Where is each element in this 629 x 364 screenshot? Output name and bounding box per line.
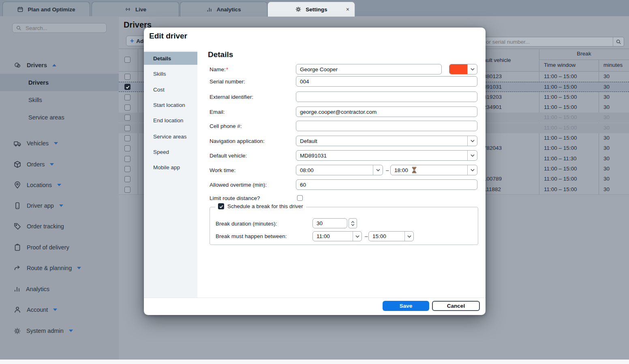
- caret-down-icon: [77, 267, 81, 269]
- sidebar-item-proof-of-delivery[interactable]: Proof of delivery: [0, 237, 119, 258]
- select-value: 18:00: [394, 167, 408, 173]
- row-checkbox[interactable]: [124, 125, 131, 131]
- modal-nav-start-location[interactable]: Start location: [144, 98, 197, 111]
- break-from-select[interactable]: 11:00: [312, 231, 362, 241]
- subitem-label: Skills: [28, 97, 42, 103]
- sidebar-item-order-tracking[interactable]: Order tracking: [0, 216, 119, 236]
- sidebar-subitem-service-areas[interactable]: Service areas: [0, 109, 119, 126]
- search-icon[interactable]: [613, 37, 624, 46]
- select-value: 15:00: [372, 233, 386, 239]
- break-fieldset: Schedule a break for this driver Break d…: [210, 207, 478, 245]
- sidebar-item-route-planning[interactable]: Route & planning: [0, 258, 119, 278]
- work-time-to-select[interactable]: 18:00: [390, 165, 477, 175]
- modal-nav-cost[interactable]: Cost: [144, 83, 197, 96]
- tab-label: Live: [135, 6, 146, 13]
- sidebar-item-vehicles[interactable]: Vehicles: [0, 133, 119, 153]
- search-input[interactable]: [25, 25, 106, 32]
- chevron-down-icon[interactable]: [404, 232, 413, 241]
- sidebar-item-label: Order tracking: [27, 223, 64, 230]
- box-icon: [13, 160, 21, 168]
- work-time-label: Work time:: [210, 167, 235, 173]
- work-time-from-select[interactable]: 08:00: [296, 165, 383, 175]
- row-checkbox[interactable]: [124, 135, 131, 141]
- tab-plan-and-optimize[interactable]: Plan and Optimize: [2, 2, 90, 17]
- cell-phone-field[interactable]: [296, 121, 477, 131]
- cancel-button[interactable]: Cancel: [432, 301, 480, 311]
- bottom-strip: [0, 360, 629, 364]
- modal-nav-speed[interactable]: Speed: [144, 145, 197, 158]
- select-value: 08:00: [300, 167, 314, 173]
- row-checkbox[interactable]: [124, 104, 131, 111]
- chevron-down-icon[interactable]: [373, 165, 383, 175]
- cell-minutes: 30: [603, 84, 610, 90]
- limit-route-distance-checkbox[interactable]: [297, 195, 303, 201]
- row-checkbox[interactable]: [124, 115, 131, 121]
- allowed-overtime-label: Allowed overtime (min):: [210, 182, 267, 188]
- sidebar-item-driver-app[interactable]: Driver app: [0, 196, 119, 216]
- row-checkbox[interactable]: [124, 166, 131, 172]
- tab-settings[interactable]: Settings ×: [267, 2, 355, 17]
- row-checkbox[interactable]: [124, 187, 131, 193]
- row-checkbox[interactable]: [124, 84, 131, 90]
- cell-time-window: 11:00 – 15:00: [544, 104, 577, 110]
- default-vehicle-select[interactable]: MD891031: [296, 150, 477, 161]
- chevron-down-icon[interactable]: [353, 232, 362, 241]
- row-checkbox[interactable]: [124, 156, 131, 162]
- cell-minutes: 30: [603, 104, 610, 110]
- column-header-minutes: minutes: [603, 62, 623, 68]
- row-checkbox[interactable]: [124, 94, 131, 100]
- navigation-app-label: Navigation application:: [210, 138, 265, 144]
- modal-nav-end-location[interactable]: End location: [144, 114, 197, 127]
- serial-field[interactable]: [296, 76, 477, 87]
- tab-analytics[interactable]: Analytics: [180, 2, 267, 17]
- break-to-select[interactable]: 15:00: [368, 231, 414, 241]
- driver-color-picker[interactable]: [449, 64, 477, 75]
- chevron-down-icon[interactable]: [467, 151, 477, 160]
- chevron-down-icon[interactable]: [467, 165, 477, 175]
- allowed-overtime-field[interactable]: [296, 179, 477, 190]
- sidebar-subitem-skills[interactable]: Skills: [0, 91, 119, 109]
- table-search[interactable]: [478, 37, 624, 47]
- schedule-break-checkbox[interactable]: [218, 203, 224, 209]
- chevron-down-icon[interactable]: [467, 64, 477, 74]
- break-duration-label: Break duration (minutes):: [216, 221, 277, 227]
- app-screen: Plan and Optimize Live Analytics Setting…: [0, 0, 629, 364]
- break-duration-field[interactable]: [312, 218, 347, 228]
- sidebar-item-locations[interactable]: Locations: [0, 175, 119, 195]
- route-arrow-icon: [13, 264, 21, 272]
- sidebar-item-account[interactable]: Account: [0, 300, 119, 320]
- cell-time-window: 11:00 – 15:00: [544, 145, 577, 151]
- chevron-down-icon[interactable]: [467, 136, 477, 146]
- limit-route-distance-label: Limit route distance?: [210, 195, 260, 201]
- tab-label: Analytics: [216, 6, 241, 13]
- sidebar-item-analytics[interactable]: Analytics: [0, 279, 119, 299]
- sidebar-subitem-drivers[interactable]: Drivers: [0, 74, 119, 91]
- select-all-checkbox[interactable]: [124, 57, 131, 63]
- sidebar-item-label: Route & planning: [27, 265, 72, 271]
- modal-title: Edit driver: [149, 32, 187, 40]
- color-swatch: [449, 64, 467, 74]
- sidebar-item-drivers[interactable]: Drivers: [0, 57, 119, 74]
- number-spinner[interactable]: [349, 218, 357, 228]
- navigation-app-select[interactable]: Default: [296, 136, 477, 146]
- section-title: Details: [208, 50, 233, 59]
- sidebar-item-system-admin[interactable]: System admin: [0, 321, 119, 341]
- external-id-field[interactable]: [296, 92, 477, 102]
- sidebar-search[interactable]: [12, 23, 107, 33]
- table-search-input[interactable]: [479, 38, 613, 45]
- modal-nav-mobile-app[interactable]: Mobile app: [144, 161, 197, 174]
- modal-nav-skills[interactable]: Skills: [144, 67, 197, 80]
- email-field[interactable]: [296, 106, 477, 117]
- save-button[interactable]: Save: [383, 301, 429, 311]
- tab-live[interactable]: Live: [92, 2, 179, 17]
- close-icon[interactable]: ×: [346, 6, 349, 12]
- tab-label: Settings: [306, 6, 327, 13]
- row-checkbox[interactable]: [124, 74, 131, 80]
- name-field[interactable]: [296, 64, 442, 75]
- modal-nav-details[interactable]: Details: [144, 52, 197, 65]
- modal-nav-service-areas[interactable]: Service areas: [144, 130, 197, 143]
- cell-minutes: 30: [603, 135, 610, 141]
- row-checkbox[interactable]: [124, 145, 131, 151]
- sidebar-item-orders[interactable]: Orders: [0, 154, 119, 175]
- row-checkbox[interactable]: [124, 176, 131, 182]
